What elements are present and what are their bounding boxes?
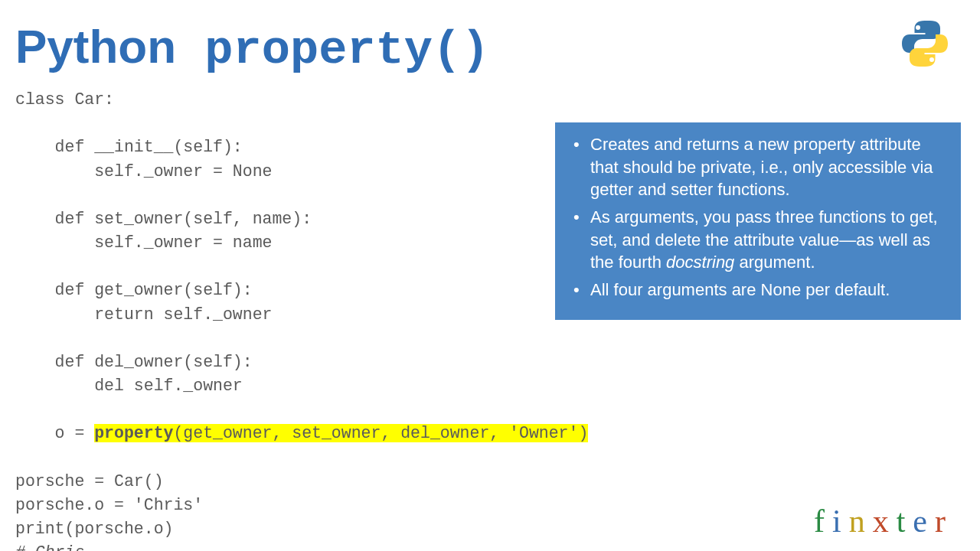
callout-item: As arguments, you pass three functions t… <box>569 206 947 274</box>
code-line: del self._owner <box>15 377 243 395</box>
code-line: class Car: <box>15 90 114 109</box>
title-word-python: Python <box>15 20 176 73</box>
brand-letter: f <box>814 504 832 539</box>
code-keyword-property: property <box>94 424 173 442</box>
callout-list: Creates and returns a new property attri… <box>569 133 947 302</box>
code-line: porsche = Car() <box>15 472 164 491</box>
callout-box: Creates and returns a new property attri… <box>555 122 961 320</box>
code-line: def del_owner(self): <box>15 353 253 371</box>
code-line: self._owner = name <box>15 233 272 252</box>
code-block: class Car: def __init__(self): self._own… <box>15 88 588 551</box>
code-line: print(porsche.o) <box>15 520 173 538</box>
code-line: o = <box>15 424 94 442</box>
python-logo-icon <box>900 19 949 68</box>
code-line: def __init__(self): <box>15 138 243 156</box>
code-highlight: property(get_owner, set_owner, del_owner… <box>94 424 588 442</box>
brand-logo: finxter <box>814 503 953 540</box>
brand-letter: t <box>897 504 913 539</box>
code-line: def get_owner(self): <box>15 281 253 299</box>
brand-letter: r <box>935 504 953 539</box>
title-word-property: property() <box>176 23 489 77</box>
brand-letter: e <box>913 504 935 539</box>
callout-item: Creates and returns a new property attri… <box>569 133 947 201</box>
code-highlight-args: (get_owner, set_owner, del_owner, 'Owner… <box>173 424 588 442</box>
code-line: def set_owner(self, name): <box>15 210 312 228</box>
callout-item: All four arguments are None per default. <box>569 279 947 302</box>
code-line: porsche.o = 'Chris' <box>15 496 203 514</box>
page-title: Python property() <box>15 19 489 77</box>
brand-letter: x <box>873 504 897 539</box>
code-comment: # Chris <box>15 543 84 551</box>
code-line: self._owner = None <box>15 162 272 181</box>
brand-letter: i <box>832 504 849 539</box>
brand-letter: n <box>849 504 873 539</box>
code-line: return self._owner <box>15 305 272 324</box>
